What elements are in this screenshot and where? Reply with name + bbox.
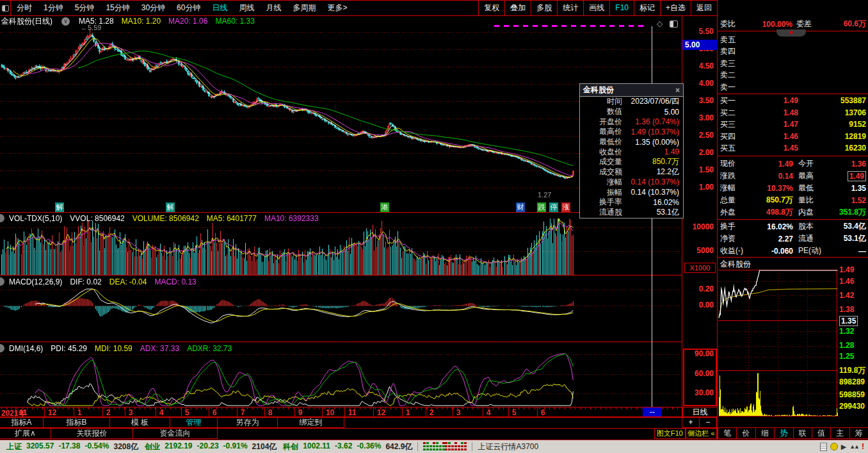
mini-price-label: 1.49 bbox=[839, 265, 854, 274]
bid3-volume: 9152 bbox=[798, 120, 866, 129]
add-watchlist-button[interactable]: +自选 bbox=[660, 1, 691, 16]
status-icon-group: ▶ ▲▲ ! bbox=[820, 442, 864, 451]
tab-timeshare[interactable]: 分时 bbox=[11, 3, 38, 13]
led-dot bbox=[458, 449, 460, 450]
close-icon[interactable]: × bbox=[675, 86, 680, 95]
vvol-value: VVOL: 8506942 bbox=[70, 214, 124, 223]
index-chinext[interactable]: 创业2192.19-20.23-0.91%2104亿 bbox=[145, 441, 277, 452]
tab-price[interactable]: 价 bbox=[737, 427, 755, 439]
multi-stock-button[interactable]: 多股 bbox=[531, 1, 557, 16]
pointer-icon[interactable]: ▶ bbox=[841, 443, 846, 451]
tab-bind-to[interactable]: 绑定到 bbox=[278, 418, 344, 428]
diamond-icon[interactable]: ◇ bbox=[657, 19, 663, 28]
mark-button[interactable]: 标记 bbox=[634, 1, 660, 16]
tab-daily[interactable]: 日线 bbox=[206, 3, 233, 13]
tab-1min[interactable]: 1分钟 bbox=[38, 3, 69, 13]
tab-chips[interactable]: 筹 bbox=[850, 427, 868, 439]
coin-icon[interactable] bbox=[830, 443, 838, 450]
tab-main[interactable]: 主 bbox=[831, 427, 849, 439]
led-dot bbox=[430, 445, 432, 447]
market-heat-icon[interactable] bbox=[445, 442, 467, 451]
tab-trend[interactable]: 势 bbox=[775, 427, 793, 439]
message-icon[interactable] bbox=[820, 443, 827, 451]
tooltip-value: 1.49 (10.37%) bbox=[622, 128, 679, 136]
tab-detail[interactable]: 细 bbox=[756, 427, 775, 439]
tab-5min[interactable]: 5分钟 bbox=[69, 3, 100, 13]
dea-value: DEA: -0.04 bbox=[109, 277, 147, 286]
index-star[interactable]: 科创1002.11-3.62-0.36%642.9亿 bbox=[283, 441, 412, 452]
sidebar-toggle-button[interactable]: 侧边栏 « bbox=[686, 428, 717, 439]
period-label[interactable]: 日线 bbox=[682, 407, 718, 417]
split-view-icon[interactable] bbox=[670, 21, 678, 28]
quote-row: 外盘498.8万 内盘351.8万 bbox=[718, 206, 868, 218]
tab-template[interactable]: 模 板 bbox=[110, 418, 170, 428]
tooltip-label: 流通股 bbox=[584, 207, 622, 218]
market-heat-icon[interactable] bbox=[423, 442, 445, 451]
crosshair-price-label: 5.00 bbox=[682, 40, 718, 50]
mini-price-label: 1.42 bbox=[839, 291, 854, 300]
tab-indicator-a[interactable]: 指标A bbox=[0, 418, 44, 428]
tab-15min[interactable]: 15分钟 bbox=[100, 3, 135, 13]
x-axis-label: 5 bbox=[512, 408, 517, 417]
draw-line-button[interactable]: 画线 bbox=[583, 1, 609, 16]
tab-monthly[interactable]: 月线 bbox=[260, 3, 287, 13]
extension-tab-row: 扩展∧ 关联报价 资金流向 bbox=[0, 428, 717, 439]
ask-row-1: 卖一 bbox=[718, 81, 868, 94]
label: 流通 bbox=[798, 233, 814, 244]
tab-save-as[interactable]: 另存为 bbox=[218, 418, 278, 428]
quote-server-label[interactable]: 上证云行情A3700 bbox=[478, 441, 538, 452]
label: 收益(-) bbox=[720, 245, 743, 256]
tab-linked[interactable]: 联 bbox=[794, 427, 812, 439]
tab-linked-quotes[interactable]: 关联报价 bbox=[51, 429, 133, 439]
x-axis-label: 1 bbox=[406, 408, 410, 417]
value: 53.4亿 bbox=[814, 221, 866, 232]
quote-row: 净资2.27 流通53.1亿 bbox=[718, 233, 868, 245]
tooltip-label: 成交额 bbox=[584, 167, 622, 177]
tab-indicator-b[interactable]: 指标B bbox=[44, 418, 110, 428]
intraday-mini-chart[interactable] bbox=[718, 269, 838, 416]
tab-30min[interactable]: 30分钟 bbox=[136, 3, 171, 13]
tooltip-value: 12.2亿 bbox=[622, 167, 679, 177]
weicha-value: 60.6万 bbox=[822, 19, 866, 29]
led-dot bbox=[454, 449, 457, 450]
tab-60min[interactable]: 60分钟 bbox=[171, 3, 206, 13]
window-split-icon[interactable] bbox=[0, 1, 11, 16]
led-dot bbox=[451, 445, 454, 447]
value: 498.8万 bbox=[735, 207, 793, 218]
led-dot bbox=[445, 442, 447, 444]
crosshair-date-label: -- bbox=[643, 408, 662, 416]
ask-row-4: 卖四 bbox=[718, 45, 868, 58]
chevron-down-icon[interactable]: ∨ bbox=[61, 17, 70, 26]
graphic-f10-button[interactable]: 图文F10 bbox=[654, 428, 686, 439]
statistics-button[interactable]: 统计 bbox=[557, 1, 583, 16]
tab-manage[interactable]: 管理 bbox=[170, 418, 218, 428]
back-button[interactable]: 返回 bbox=[691, 1, 717, 16]
tab-money-flow[interactable]: 资金流向 bbox=[133, 429, 218, 439]
tab-value[interactable]: 值 bbox=[812, 427, 831, 439]
index-shanghai[interactable]: 上证3205.57-17.38-0.54%3208亿 bbox=[6, 441, 138, 452]
trading-terminal: 分时 1分钟 5分钟 15分钟 30分钟 60分钟 日线 周线 月线 多周期 更… bbox=[0, 0, 868, 453]
x-axis-label: 12 bbox=[48, 408, 56, 417]
tab-tick[interactable]: 笔 bbox=[718, 427, 737, 439]
tab-more[interactable]: 更多> bbox=[321, 3, 353, 13]
led-dot bbox=[426, 445, 429, 447]
event-badge: 解 bbox=[55, 202, 64, 212]
zoom-out-button[interactable]: − bbox=[699, 417, 717, 428]
tab-multi-period[interactable]: 多周期 bbox=[287, 3, 321, 13]
event-badge: 涨 bbox=[561, 202, 570, 212]
led-dot bbox=[454, 442, 457, 444]
f10-button[interactable]: F10 bbox=[609, 1, 634, 16]
speed-arrows-icon[interactable]: ▲▲ bbox=[849, 443, 858, 450]
led-dot bbox=[426, 449, 429, 450]
dmi-scale-label: 30.00 bbox=[695, 388, 714, 397]
tab-weekly[interactable]: 周线 bbox=[233, 3, 260, 13]
value: 1.36 bbox=[814, 160, 866, 169]
restore-rights-button[interactable]: 复权 bbox=[478, 1, 504, 16]
x-axis-label: 3 bbox=[456, 408, 461, 417]
overlay-button[interactable]: 叠加 bbox=[504, 1, 531, 16]
zoom-in-button[interactable]: + bbox=[682, 417, 700, 428]
bid2-volume: 13706 bbox=[798, 108, 866, 117]
alert-icon[interactable]: ! bbox=[862, 442, 864, 451]
indicator-tab-row: 指标A 指标B 模 板 管理 另存为 绑定到 bbox=[0, 417, 717, 428]
tab-expand[interactable]: 扩展∧ bbox=[0, 429, 51, 439]
